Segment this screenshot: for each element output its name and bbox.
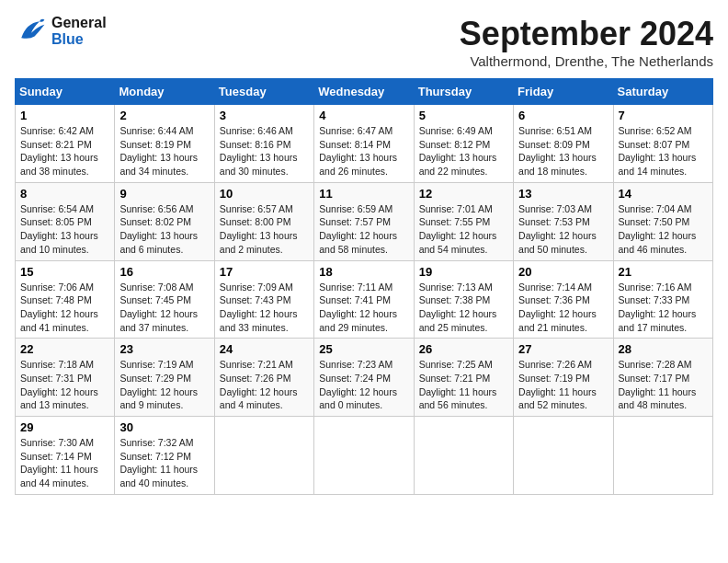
day-number: 9 [119, 187, 209, 201]
calendar-cell: 28Sunrise: 7:28 AM Sunset: 7:17 PM Dayli… [613, 339, 712, 417]
day-info: Sunrise: 6:42 AM Sunset: 8:21 PM Dayligh… [20, 124, 109, 178]
calendar-cell: 20Sunrise: 7:14 AM Sunset: 7:36 PM Dayli… [514, 260, 613, 339]
day-info: Sunrise: 7:11 AM Sunset: 7:41 PM Dayligh… [319, 281, 408, 335]
calendar-cell: 25Sunrise: 7:23 AM Sunset: 7:24 PM Dayli… [314, 339, 414, 417]
day-info: Sunrise: 7:16 AM Sunset: 7:33 PM Dayligh… [619, 281, 708, 335]
day-info: Sunrise: 7:18 AM Sunset: 7:31 PM Dayligh… [20, 358, 109, 412]
calendar-cell: 30Sunrise: 7:32 AM Sunset: 7:12 PM Dayli… [115, 417, 214, 495]
calendar-cell: 18Sunrise: 7:11 AM Sunset: 7:41 PM Dayli… [314, 260, 414, 339]
day-number: 13 [518, 187, 608, 201]
column-header-monday: Monday [115, 79, 214, 105]
calendar-cell [613, 417, 712, 495]
calendar-cell: 10Sunrise: 6:57 AM Sunset: 8:00 PM Dayli… [214, 182, 313, 260]
day-number: 6 [518, 109, 608, 122]
column-header-tuesday: Tuesday [214, 79, 313, 105]
calendar-cell: 8Sunrise: 6:54 AM Sunset: 8:05 PM Daylig… [16, 182, 115, 260]
day-number: 18 [319, 265, 408, 279]
calendar-table: SundayMondayTuesdayWednesdayThursdayFrid… [15, 78, 713, 495]
day-number: 26 [419, 342, 508, 356]
day-number: 29 [20, 420, 109, 434]
day-number: 12 [419, 187, 508, 201]
logo-icon [15, 15, 48, 48]
day-number: 7 [619, 109, 708, 122]
day-info: Sunrise: 7:04 AM Sunset: 7:50 PM Dayligh… [619, 202, 708, 257]
page-header: General Blue September 2024 Valthermond,… [15, 15, 713, 69]
day-number: 19 [419, 265, 508, 279]
day-number: 8 [20, 187, 109, 201]
calendar-cell: 9Sunrise: 6:56 AM Sunset: 8:02 PM Daylig… [115, 182, 214, 260]
calendar-cell: 13Sunrise: 7:03 AM Sunset: 7:53 PM Dayli… [514, 182, 613, 260]
day-info: Sunrise: 6:52 AM Sunset: 8:07 PM Dayligh… [619, 124, 708, 178]
calendar-cell: 5Sunrise: 6:49 AM Sunset: 8:12 PM Daylig… [414, 105, 513, 183]
week-row-5: 29Sunrise: 7:30 AM Sunset: 7:14 PM Dayli… [16, 417, 713, 495]
week-row-4: 22Sunrise: 7:18 AM Sunset: 7:31 PM Dayli… [16, 339, 713, 417]
day-number: 5 [419, 109, 508, 122]
day-number: 30 [119, 420, 209, 434]
day-info: Sunrise: 6:59 AM Sunset: 7:57 PM Dayligh… [319, 202, 408, 257]
calendar-cell: 27Sunrise: 7:26 AM Sunset: 7:19 PM Dayli… [514, 339, 613, 417]
day-info: Sunrise: 6:47 AM Sunset: 8:14 PM Dayligh… [319, 124, 408, 178]
day-info: Sunrise: 7:09 AM Sunset: 7:43 PM Dayligh… [220, 281, 309, 335]
calendar-cell: 21Sunrise: 7:16 AM Sunset: 7:33 PM Dayli… [613, 260, 712, 339]
day-info: Sunrise: 7:03 AM Sunset: 7:53 PM Dayligh… [518, 202, 608, 257]
calendar-cell [414, 417, 513, 495]
calendar-cell: 1Sunrise: 6:42 AM Sunset: 8:21 PM Daylig… [16, 105, 115, 183]
column-header-saturday: Saturday [613, 79, 712, 105]
location-subtitle: Valthermond, Drenthe, The Netherlands [460, 53, 713, 69]
day-info: Sunrise: 7:19 AM Sunset: 7:29 PM Dayligh… [119, 358, 209, 412]
day-number: 24 [220, 342, 309, 356]
day-info: Sunrise: 7:23 AM Sunset: 7:24 PM Dayligh… [319, 358, 408, 412]
day-info: Sunrise: 7:06 AM Sunset: 7:48 PM Dayligh… [20, 281, 109, 335]
week-row-3: 15Sunrise: 7:06 AM Sunset: 7:48 PM Dayli… [16, 260, 713, 339]
column-header-thursday: Thursday [414, 79, 513, 105]
day-info: Sunrise: 7:25 AM Sunset: 7:21 PM Dayligh… [419, 358, 508, 412]
calendar-cell: 22Sunrise: 7:18 AM Sunset: 7:31 PM Dayli… [16, 339, 115, 417]
day-info: Sunrise: 6:49 AM Sunset: 8:12 PM Dayligh… [419, 124, 508, 178]
column-header-sunday: Sunday [16, 79, 115, 105]
day-info: Sunrise: 6:57 AM Sunset: 8:00 PM Dayligh… [220, 202, 309, 257]
calendar-cell: 17Sunrise: 7:09 AM Sunset: 7:43 PM Dayli… [214, 260, 313, 339]
day-number: 16 [119, 265, 209, 279]
day-info: Sunrise: 7:26 AM Sunset: 7:19 PM Dayligh… [518, 358, 608, 412]
calendar-cell: 6Sunrise: 6:51 AM Sunset: 8:09 PM Daylig… [514, 105, 613, 183]
calendar-cell: 11Sunrise: 6:59 AM Sunset: 7:57 PM Dayli… [314, 182, 414, 260]
calendar-cell: 2Sunrise: 6:44 AM Sunset: 8:19 PM Daylig… [115, 105, 214, 183]
calendar-cell: 26Sunrise: 7:25 AM Sunset: 7:21 PM Dayli… [414, 339, 513, 417]
day-info: Sunrise: 7:08 AM Sunset: 7:45 PM Dayligh… [119, 281, 209, 335]
day-info: Sunrise: 7:28 AM Sunset: 7:17 PM Dayligh… [619, 358, 708, 412]
calendar-cell: 14Sunrise: 7:04 AM Sunset: 7:50 PM Dayli… [613, 182, 712, 260]
day-number: 10 [220, 187, 309, 201]
day-info: Sunrise: 7:14 AM Sunset: 7:36 PM Dayligh… [518, 281, 608, 335]
logo: General Blue [15, 15, 107, 48]
day-info: Sunrise: 7:13 AM Sunset: 7:38 PM Dayligh… [419, 281, 508, 335]
day-number: 17 [220, 265, 309, 279]
calendar-cell [214, 417, 313, 495]
day-number: 23 [119, 342, 209, 356]
day-number: 2 [119, 109, 209, 122]
calendar-cell: 4Sunrise: 6:47 AM Sunset: 8:14 PM Daylig… [314, 105, 414, 183]
day-info: Sunrise: 7:01 AM Sunset: 7:55 PM Dayligh… [419, 202, 508, 257]
calendar-cell: 15Sunrise: 7:06 AM Sunset: 7:48 PM Dayli… [16, 260, 115, 339]
day-number: 14 [619, 187, 708, 201]
day-info: Sunrise: 6:54 AM Sunset: 8:05 PM Dayligh… [20, 202, 109, 257]
day-info: Sunrise: 6:51 AM Sunset: 8:09 PM Dayligh… [518, 124, 608, 178]
day-number: 3 [220, 109, 309, 122]
day-number: 11 [319, 187, 408, 201]
day-number: 21 [619, 265, 708, 279]
calendar-cell [314, 417, 414, 495]
calendar-cell: 23Sunrise: 7:19 AM Sunset: 7:29 PM Dayli… [115, 339, 214, 417]
day-info: Sunrise: 7:32 AM Sunset: 7:12 PM Dayligh… [119, 436, 209, 490]
calendar-cell: 29Sunrise: 7:30 AM Sunset: 7:14 PM Dayli… [16, 417, 115, 495]
title-area: September 2024 Valthermond, Drenthe, The… [460, 15, 713, 69]
day-number: 28 [619, 342, 708, 356]
day-number: 4 [319, 109, 408, 122]
day-number: 25 [319, 342, 408, 356]
week-row-1: 1Sunrise: 6:42 AM Sunset: 8:21 PM Daylig… [16, 105, 713, 183]
month-title: September 2024 [460, 15, 713, 53]
calendar-cell: 24Sunrise: 7:21 AM Sunset: 7:26 PM Dayli… [214, 339, 313, 417]
day-info: Sunrise: 7:30 AM Sunset: 7:14 PM Dayligh… [20, 436, 109, 490]
day-number: 15 [20, 265, 109, 279]
logo-text: General Blue [51, 15, 107, 48]
day-info: Sunrise: 6:56 AM Sunset: 8:02 PM Dayligh… [119, 202, 209, 257]
calendar-cell: 16Sunrise: 7:08 AM Sunset: 7:45 PM Dayli… [115, 260, 214, 339]
